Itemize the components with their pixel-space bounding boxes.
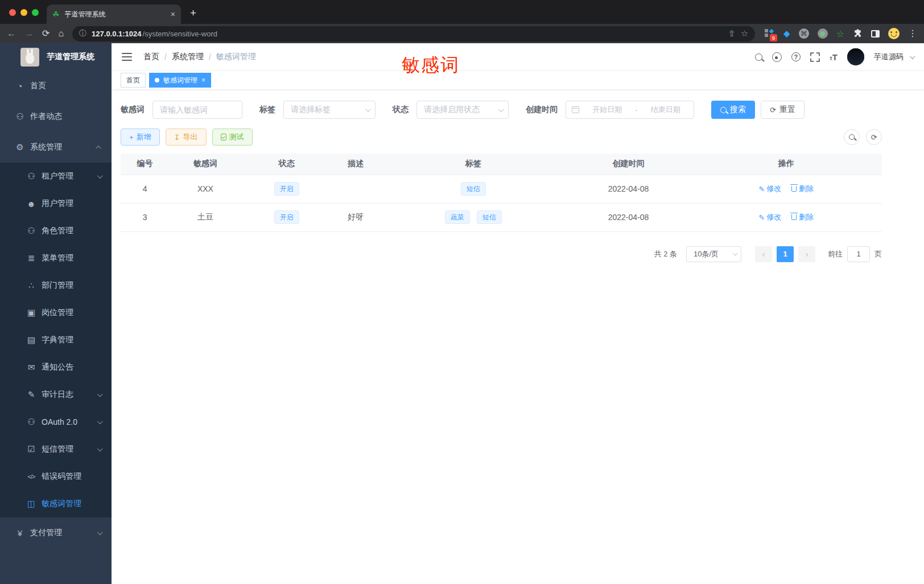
next-page-button[interactable]: › bbox=[798, 246, 815, 262]
minimize-window-button[interactable] bbox=[20, 9, 27, 16]
bookmark-star-icon[interactable]: ☆ bbox=[741, 28, 748, 39]
browser-tab-title: 芋道管理系统 bbox=[65, 10, 166, 19]
sidebar-item-label: OAuth 2.0 bbox=[42, 417, 77, 426]
sidebar-item-errcode[interactable]: </> 错误码管理 bbox=[0, 463, 112, 490]
tree-list-icon: ≣ bbox=[27, 253, 36, 263]
show-search-button[interactable] bbox=[844, 129, 860, 145]
sidebar-item-label: 短信管理 bbox=[42, 444, 73, 454]
edit-link[interactable]: ✎修改 bbox=[758, 212, 781, 222]
sidebar-item-pay[interactable]: ¥ 支付管理 bbox=[0, 517, 112, 548]
chevron-down-icon bbox=[365, 106, 371, 112]
sidebar-item-post[interactable]: ▣ 岗位管理 bbox=[0, 299, 112, 326]
profile-avatar-icon[interactable] bbox=[888, 28, 900, 39]
fullscreen-icon[interactable] bbox=[810, 52, 820, 62]
github-icon[interactable] bbox=[772, 52, 782, 62]
maximize-window-button[interactable] bbox=[32, 9, 39, 16]
address-bar[interactable]: ⓘ 127.0.0.1:1024 /system/sensitive-word … bbox=[72, 26, 755, 42]
sidebar-item-dict[interactable]: ▤ 字典管理 bbox=[0, 326, 112, 354]
page-size-value: 10条/页 bbox=[694, 249, 719, 259]
active-dot-icon bbox=[155, 78, 159, 82]
url-host: 127.0.0.1:1024 bbox=[92, 30, 141, 38]
search-icon[interactable] bbox=[755, 53, 762, 61]
close-window-button[interactable] bbox=[9, 9, 16, 16]
close-icon[interactable]: × bbox=[201, 76, 205, 84]
sidebar-item-user[interactable]: ☻ 用户管理 bbox=[0, 190, 112, 217]
sidebar-item-notice[interactable]: ✉ 通知公告 bbox=[0, 354, 112, 381]
sidebar-item-home[interactable]: ◔ 首页 bbox=[0, 71, 112, 101]
breadcrumb-current: 敏感词管理 bbox=[216, 52, 256, 62]
sidebar-item-role[interactable]: ⚇ 角色管理 bbox=[0, 217, 112, 245]
chevron-down-icon[interactable] bbox=[910, 53, 915, 59]
sidebar-item-label: 角色管理 bbox=[42, 226, 73, 236]
sidebar-item-author[interactable]: ⚇ 作者动态 bbox=[0, 101, 112, 132]
home-icon[interactable]: ⌂ bbox=[58, 29, 64, 38]
forward-icon[interactable]: → bbox=[24, 29, 34, 38]
refresh-table-button[interactable]: ⟳ bbox=[866, 129, 882, 145]
sidebar-item-audit[interactable]: ✎ 审计日志 bbox=[0, 381, 112, 408]
edit-link[interactable]: ✎修改 bbox=[758, 184, 781, 194]
browser-menu-icon[interactable]: ⋮ bbox=[908, 29, 917, 38]
col-status: 状态 bbox=[242, 154, 332, 175]
help-icon[interactable]: ? bbox=[791, 52, 801, 61]
breadcrumb-system[interactable]: 系统管理 bbox=[172, 52, 204, 62]
share-icon[interactable]: ⇧ bbox=[728, 28, 736, 39]
app-logo[interactable]: 芋道管理系统 bbox=[0, 43, 112, 71]
goto-page-input[interactable] bbox=[847, 246, 870, 262]
page-size-select[interactable]: 10条/页 bbox=[686, 246, 741, 262]
extension-gem-icon[interactable]: ◆ bbox=[783, 28, 790, 39]
users-icon: ⚇ bbox=[27, 226, 36, 236]
tag-view-sensitive-word[interactable]: 敏感词管理 × bbox=[149, 73, 211, 88]
sidebar-item-sensitive-word[interactable]: ◫ 敏感词管理 bbox=[0, 490, 112, 517]
new-tab-button[interactable]: + bbox=[190, 7, 196, 19]
current-page-button[interactable]: 1 bbox=[777, 246, 794, 262]
sidebar-item-system[interactable]: ⚙ 系统管理 bbox=[0, 132, 112, 163]
site-info-icon[interactable]: ⓘ bbox=[79, 28, 86, 39]
sidebar-item-dept[interactable]: ∴ 部门管理 bbox=[0, 272, 112, 299]
window-controls[interactable] bbox=[0, 9, 47, 24]
col-created: 创建时间 bbox=[567, 154, 691, 175]
prev-page-button[interactable]: ‹ bbox=[755, 246, 772, 262]
search-button[interactable]: 搜索 bbox=[711, 101, 755, 119]
pencil-icon: ✎ bbox=[758, 213, 765, 222]
start-date-placeholder[interactable]: 开始日期 bbox=[585, 105, 629, 115]
browser-tab[interactable]: ☘ 芋道管理系统 × bbox=[47, 5, 181, 24]
tag-filter-select[interactable]: 请选择标签 bbox=[283, 101, 376, 119]
font-size-icon[interactable]: тT bbox=[830, 52, 838, 62]
sidebar-item-tenant[interactable]: ⚇ 租户管理 bbox=[0, 163, 112, 190]
delete-link[interactable]: 删除 bbox=[791, 212, 814, 222]
tag-view-home[interactable]: 首页 bbox=[121, 73, 146, 88]
users-icon: ⚇ bbox=[27, 171, 36, 181]
export-button[interactable]: ↧ 导出 bbox=[166, 129, 207, 146]
delete-link[interactable]: 删除 bbox=[791, 184, 814, 194]
table-header-row: 编号 敏感词 状态 描述 标签 创建时间 操作 bbox=[121, 154, 882, 175]
add-button-label: 新增 bbox=[137, 132, 151, 142]
sidebar-item-oauth[interactable]: ⚇ OAuth 2.0 bbox=[0, 408, 112, 436]
filter-form: 敏感词 标签 请选择标签 状态 请选择启用状态 bbox=[121, 101, 882, 119]
reset-button[interactable]: ⟳ 重置 bbox=[761, 101, 805, 119]
extension-star-icon[interactable]: ☆ bbox=[836, 28, 844, 39]
date-range-picker[interactable]: 开始日期 - 结束日期 bbox=[566, 101, 694, 119]
robot-icon: ⚇ bbox=[15, 111, 24, 122]
tab-close-icon[interactable]: × bbox=[171, 10, 175, 19]
extensions-puzzle-icon[interactable] bbox=[853, 29, 863, 39]
word-filter-input[interactable] bbox=[152, 101, 242, 119]
sidebar-item-sms[interactable]: ☑ 短信管理 bbox=[0, 436, 112, 463]
sidebar-fold-icon[interactable] bbox=[122, 53, 132, 61]
user-avatar[interactable] bbox=[847, 48, 864, 65]
extension-cmd-icon[interactable]: ⌘ bbox=[799, 28, 809, 39]
side-panel-icon[interactable] bbox=[871, 30, 880, 38]
favicon-icon: ☘ bbox=[52, 10, 60, 19]
sidebar-item-menu[interactable]: ≣ 菜单管理 bbox=[0, 245, 112, 272]
status-badge: 开启 bbox=[274, 210, 299, 224]
extension-record-icon[interactable] bbox=[818, 28, 828, 39]
extension-grid-icon[interactable]: 9 bbox=[764, 28, 775, 39]
reload-icon[interactable]: ⟳ bbox=[42, 29, 50, 38]
test-button[interactable]: 测试 bbox=[212, 129, 253, 146]
username[interactable]: 芋道源码 bbox=[874, 52, 904, 62]
top-navbar: 首页 / 系统管理 / 敏感词管理 ? тT 芋道源码 bbox=[112, 43, 924, 71]
status-filter-select[interactable]: 请选择启用状态 bbox=[416, 101, 509, 119]
breadcrumb-home[interactable]: 首页 bbox=[143, 52, 159, 62]
back-icon[interactable]: ← bbox=[7, 29, 16, 38]
add-button[interactable]: + 新增 bbox=[121, 129, 160, 146]
end-date-placeholder[interactable]: 结束日期 bbox=[644, 105, 688, 115]
